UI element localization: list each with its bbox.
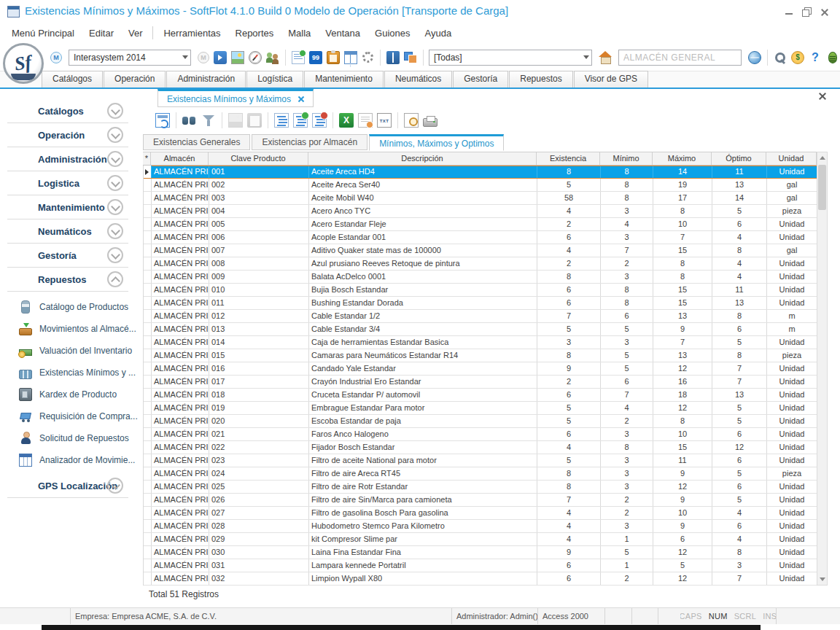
grid-row[interactable]: ALMACÉN PRINCIPAL020Escoba Estandar de p… <box>144 415 828 428</box>
tab-close-icon[interactable] <box>298 96 304 102</box>
users-icon[interactable] <box>266 51 279 64</box>
chevron-down-icon[interactable] <box>107 127 123 143</box>
sidebar-section-mantenimiento[interactable]: Mantenimiento <box>0 195 137 219</box>
chevron-up-icon[interactable] <box>107 271 123 287</box>
window-book-icon[interactable] <box>386 51 400 64</box>
sidebar-item-valuación-del-inventario[interactable]: Valuación del Inventario <box>0 340 137 362</box>
column-header-existencia[interactable]: Existencia <box>537 152 600 165</box>
badge-99-icon[interactable]: 99 <box>309 51 322 64</box>
scroll-down-icon[interactable] <box>817 574 827 585</box>
window-switch-icon[interactable] <box>404 51 417 64</box>
chevron-down-icon[interactable] <box>107 199 123 215</box>
grid-row[interactable]: ALMACÉN PRINCIPAL026Filtro de aire Sin/M… <box>144 494 828 507</box>
column-header-unidad[interactable]: Unidad <box>766 152 817 165</box>
column-header-máximo[interactable]: Máximo <box>653 152 712 165</box>
column-header-*[interactable]: * <box>143 152 151 165</box>
grid-row[interactable]: ALMACÉN PRINCIPAL018Cruceta Estandar P/ … <box>144 389 828 402</box>
grid-row[interactable]: ALMACÉN PRINCIPAL025Filtro de aire Rotr … <box>144 481 828 494</box>
grid-row[interactable]: ALMACÉN PRINCIPAL027Filtro de gasolina B… <box>144 507 828 520</box>
sidebar-item-kardex-de-producto[interactable]: Kardex de Producto <box>0 384 137 405</box>
sidebar-section-gps-localización[interactable]: GPS Localización <box>0 474 137 498</box>
grid-row[interactable]: ALMACÉN PRINCIPAL013Cable Estandar 3/455… <box>144 323 828 336</box>
grid-row[interactable]: ALMACÉN PRINCIPAL011Bushing Estandar Dor… <box>144 297 828 310</box>
grid-row[interactable]: ALMACÉN PRINCIPAL002Aceite Areca Ser4058… <box>144 179 828 192</box>
close-button[interactable] <box>815 6 834 18</box>
sidebar-section-repuestos[interactable]: Repuestos <box>0 268 137 292</box>
globe-icon[interactable] <box>748 51 761 64</box>
chevron-down-icon[interactable] <box>107 247 123 263</box>
menu-item-ayuda[interactable]: Ayuda <box>417 26 459 41</box>
print-preview-icon[interactable] <box>404 113 419 128</box>
help-icon[interactable]: ? <box>809 51 822 64</box>
module-tab-gestoría[interactable]: Gestoría <box>453 71 508 88</box>
company-combobox[interactable]: Interasystem 2014 <box>69 50 191 66</box>
column-header-descripción[interactable]: Descripción <box>308 152 537 165</box>
grid-row[interactable]: ALMACÉN PRINCIPAL014Caja de herramientas… <box>144 336 828 349</box>
home-icon[interactable] <box>599 51 612 64</box>
grid-row[interactable]: ALMACÉN PRINCIPAL021Faros Anco Halogeno6… <box>144 428 828 441</box>
menu-item-herramientas[interactable]: Herramientas <box>156 26 228 41</box>
grid-row[interactable]: ALMACÉN PRINCIPAL010Bujia Bosch Estandar… <box>144 284 828 297</box>
menu-item-menú-principal[interactable]: Menú Principal <box>4 26 82 41</box>
sidebar-section-logistica[interactable]: Logistica <box>0 171 137 195</box>
fleet-combobox[interactable]: [Todas] <box>429 50 592 66</box>
column-header-óptimo[interactable]: Óptimo <box>712 152 766 165</box>
view-tab-mínimos-máximos-y-optimos[interactable]: Mínimos, Máximos y Optimos <box>369 134 504 151</box>
grid-row[interactable]: ALMACÉN PRINCIPAL005Acero Estandar Fleje… <box>144 218 828 231</box>
chevron-down-icon[interactable] <box>580 50 591 65</box>
grid-row[interactable]: ALMACÉN PRINCIPAL023Filtro de aceite Nat… <box>144 454 828 467</box>
module-tab-logística[interactable]: Logística <box>246 71 303 88</box>
menu-item-editar[interactable]: Editar <box>82 26 121 41</box>
edit-note-icon[interactable] <box>358 113 373 128</box>
chevron-down-icon[interactable] <box>107 223 123 239</box>
sidebar-item-existencias-mínimos-y-[interactable]: Existencias Mínimos y ... <box>0 362 137 384</box>
minimize-button[interactable] <box>780 6 799 18</box>
gear-icon[interactable] <box>362 52 373 63</box>
column-header-mínimo[interactable]: Mínimo <box>600 152 653 165</box>
tools-icon[interactable] <box>774 51 787 64</box>
sidebar-section-gestoría[interactable]: Gestoría <box>0 244 137 268</box>
m-badge-icon[interactable]: M <box>50 52 62 63</box>
vertical-scrollbar[interactable] <box>817 152 828 586</box>
column-header-almacén[interactable]: Almacén <box>151 152 209 165</box>
sidebar-item-solicitud-de-repuestos[interactable]: Solicitud de Repuestos <box>0 427 137 449</box>
bug-icon[interactable] <box>828 52 837 63</box>
grid-row[interactable]: ALMACÉN PRINCIPAL032Limpion Wypall X8062… <box>144 572 828 586</box>
grid-table-icon[interactable] <box>344 51 357 64</box>
menu-item-ver[interactable]: Ver <box>121 26 150 41</box>
image-icon[interactable] <box>231 51 244 64</box>
module-tab-catálogos[interactable]: Catálogos <box>42 71 103 88</box>
module-tab-operación[interactable]: Operación <box>104 71 166 88</box>
grid-row[interactable]: ALMACÉN PRINCIPAL015Camaras para Neumáti… <box>144 349 828 362</box>
printer-icon[interactable] <box>423 118 438 127</box>
coins-icon[interactable]: $ <box>791 51 804 64</box>
grid-row[interactable]: ALMACÉN PRINCIPAL024Filtro de aire Areca… <box>144 467 828 481</box>
sidebar-section-administración[interactable]: Administración <box>0 147 137 171</box>
tree-collapse-icon[interactable] <box>312 113 327 128</box>
menu-item-malla[interactable]: Malla <box>281 26 318 41</box>
export-icon[interactable] <box>214 51 227 64</box>
column-header-clave-producto[interactable]: Clave Producto <box>209 152 308 165</box>
refresh-grid-icon[interactable] <box>155 113 170 128</box>
scroll-up-icon[interactable] <box>817 152 827 163</box>
module-tab-visor-de-gps[interactable]: Visor de GPS <box>574 71 648 88</box>
module-tab-repuestos[interactable]: Repuestos <box>509 71 572 88</box>
grid-row[interactable]: ALMACÉN PRINCIPAL016Candado Yale Estanda… <box>144 362 828 376</box>
module-tab-neumáticos[interactable]: Neumáticos <box>384 71 452 88</box>
sidebar-section-operación[interactable]: Operación <box>0 123 137 147</box>
panel-close-icon[interactable] <box>818 92 827 101</box>
view-tab-existencias-por-almacén[interactable]: Existencias por Almacén <box>252 134 368 150</box>
excel-export-icon[interactable]: X <box>339 113 354 128</box>
warehouse-search-input[interactable] <box>618 50 742 66</box>
grid-row[interactable]: ALMACÉN PRINCIPAL006Acople Estandar 0016… <box>144 231 828 244</box>
scrollbar-thumb[interactable] <box>818 165 826 210</box>
restore-button[interactable] <box>798 6 817 18</box>
grid-row[interactable]: ALMACÉN PRINCIPAL029kit Compresor Slime … <box>144 533 828 546</box>
grid-row[interactable]: ALMACÉN PRINCIPAL004Acero Anco TYC4385pi… <box>144 205 828 218</box>
grid-row[interactable]: ALMACÉN PRINCIPAL001Aceite Areca HD48814… <box>144 166 828 179</box>
txt-export-icon[interactable]: TXT <box>377 113 392 128</box>
sidebar-item-movimientos-al-almacé-[interactable]: Movimientos al Almacé... <box>0 318 137 340</box>
new-doc-icon[interactable] <box>292 51 305 64</box>
sidebar-section-catálogos[interactable]: Catálogos <box>0 99 137 123</box>
menu-item-reportes[interactable]: Reportes <box>228 26 281 41</box>
